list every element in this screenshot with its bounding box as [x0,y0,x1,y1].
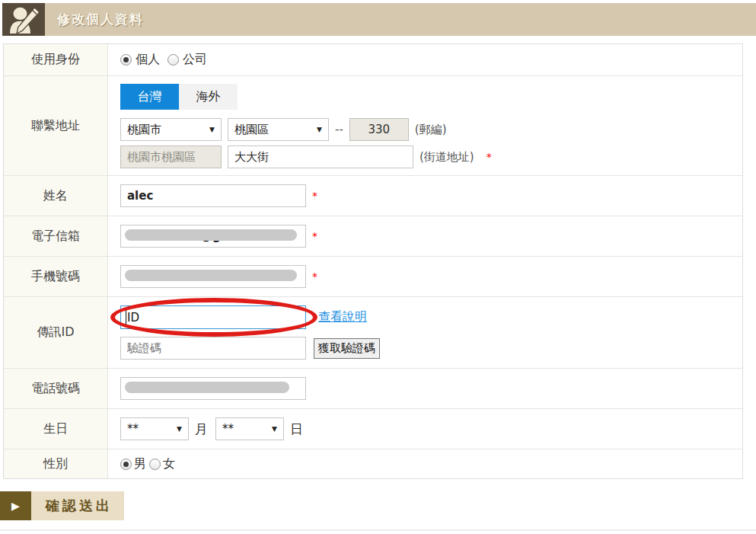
chevron-down-icon: ▼ [209,126,215,133]
area-readonly-field: 桃園市桃園區 [120,145,222,168]
messaging-id-line: ID 查看說明 [120,305,367,329]
gender-male-radio[interactable]: 男 [120,456,146,472]
postal-hint: (郵編) [415,123,447,137]
edit-profile-icon [2,3,45,36]
row-birthday: 生日 ** ▼ 月 ** ▼ 日 [4,409,742,449]
radio-label: 公司 [183,52,207,68]
mobile-input[interactable]: 0988850110 [120,265,306,288]
required-asterisk: * [312,230,317,242]
captcha-line: 獲取驗證碼 [120,337,380,360]
radio-icon [120,459,132,470]
chevron-down-icon: ▼ [177,425,182,433]
play-arrow-icon: ▶ [0,491,31,520]
email-label: 電子信箱 [4,216,108,256]
profile-form: 使用身份 個人 公司 聯繫地址 台灣 海外 桃園市 ▼ [3,43,743,479]
text-caret [126,310,126,325]
district-select[interactable]: 桃園區 ▼ [228,118,329,141]
chevron-down-icon: ▼ [317,126,322,133]
row-mobile: 手機號碼 0988850110 * [4,257,742,297]
identity-label: 使用身份 [4,44,108,75]
required-asterisk: * [486,151,492,163]
city-select-value: 桃園市 [127,123,161,137]
messaging-id-label: 傳訊ID [4,297,108,368]
row-phone: 電話號碼 03-4768312 [4,369,742,409]
day-unit-label: 日 [290,420,303,438]
phone-input[interactable]: 03-4768312 [120,377,306,400]
address-label: 聯繫地址 [4,76,108,175]
row-email: 電子信箱 w0150tsai@gmail.com * [4,216,742,257]
page-title: 修改個人資料 [45,3,144,36]
redaction-overlay [125,229,297,241]
tab-taiwan[interactable]: 台灣 [120,84,179,110]
phone-label: 電話號碼 [4,369,108,408]
confirm-submit-button[interactable]: ▶ 確認送出 [0,491,124,520]
street-hint: (街道地址) [419,150,474,165]
row-identity: 使用身份 個人 公司 [4,44,742,76]
postal-code-field: 330 [349,118,409,141]
birth-day-value: ** [222,422,234,436]
row-name: 姓名 * [4,176,742,216]
email-input[interactable]: w0150tsai@gmail.com [120,225,306,248]
required-asterisk: * [312,190,317,202]
messaging-id-value: ID [127,311,139,325]
radio-label: 女 [163,456,175,472]
redaction-overlay [125,382,289,393]
tab-overseas[interactable]: 海外 [179,84,238,110]
birthday-label: 生日 [4,409,108,449]
chevron-down-icon: ▼ [272,425,277,433]
radio-label: 個人 [136,52,160,68]
radio-icon [149,459,161,470]
name-input[interactable] [120,184,306,207]
birth-month-value: ** [127,422,139,436]
required-asterisk: * [312,270,317,283]
gender-label: 性別 [4,449,108,478]
address-line-2: 桃園市桃園區 (街道地址) * [120,145,492,168]
mobile-label: 手機號碼 [4,257,108,296]
row-address: 聯繫地址 台灣 海外 桃園市 ▼ 桃園區 ▼ -- 330 (郵編) 桃 [4,76,742,176]
row-gender: 性別 男 女 [4,449,742,478]
confirm-submit-label: 確認送出 [31,491,124,520]
birth-month-select[interactable]: ** ▼ [120,417,189,440]
street-input[interactable] [228,145,413,168]
get-captcha-button[interactable]: 獲取驗證碼 [314,338,380,359]
identity-company-radio[interactable]: 公司 [167,52,207,68]
name-label: 姓名 [4,176,108,216]
radio-icon [167,54,179,66]
radio-icon [120,54,132,66]
radio-label: 男 [134,456,146,472]
messaging-id-input[interactable]: ID [120,305,306,329]
birth-day-select[interactable]: ** ▼ [215,417,284,440]
month-unit-label: 月 [195,420,208,438]
view-instructions-link[interactable]: 查看說明 [318,309,367,325]
address-line-1: 桃園市 ▼ 桃園區 ▼ -- 330 (郵編) [120,118,447,141]
city-select[interactable]: 桃園市 ▼ [120,118,222,141]
identity-personal-radio[interactable]: 個人 [120,52,160,68]
gender-female-radio[interactable]: 女 [149,456,175,472]
address-region-tabs: 台灣 海外 [120,84,238,110]
captcha-input[interactable] [120,337,306,360]
person-pen-icon [7,6,40,34]
page-header: 修改個人資料 [2,3,756,36]
postal-separator: -- [335,123,343,136]
redaction-overlay [125,270,297,281]
bottom-divider [0,529,756,531]
district-select-value: 桃園區 [234,123,269,137]
row-messaging-id: 傳訊ID ID 查看說明 獲取驗證碼 [4,297,742,369]
